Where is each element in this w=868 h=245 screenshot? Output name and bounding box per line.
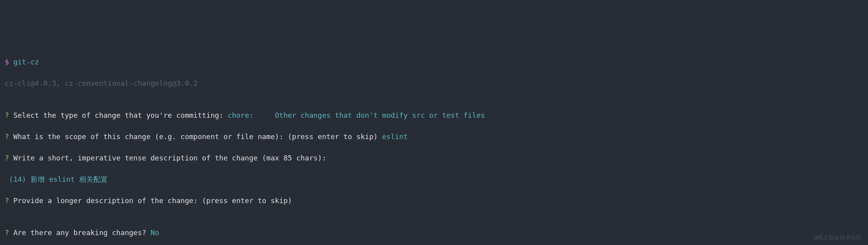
question-text: What is the scope of this change (e.g. c… xyxy=(9,132,382,141)
question-description: ? Write a short, imperative tense descri… xyxy=(5,153,863,163)
answer-text: chore: Other changes that don't modify s… xyxy=(228,111,485,119)
question-mark-icon: ? xyxy=(5,132,9,141)
command-text: git-cz xyxy=(9,58,39,66)
question-text: Write a short, imperative tense descript… xyxy=(9,154,326,162)
question-mark-icon: ? xyxy=(5,196,9,205)
command-line: $ git-cz xyxy=(5,57,863,67)
question-text: Are there any breaking changes? xyxy=(9,228,151,237)
question-mark-icon: ? xyxy=(5,111,9,119)
question-text: Select the type of change that you're co… xyxy=(9,111,228,119)
version-info: cz-cli@4.0.3, cz-conventional-changelog@… xyxy=(5,78,863,89)
question-scope: ? What is the scope of this change (e.g.… xyxy=(5,131,863,142)
char-count: (14) xyxy=(5,175,30,183)
question-long-desc: ? Provide a longer description of the ch… xyxy=(5,195,863,206)
terminal-output: $ git-cz cz-cli@4.0.3, cz-conventional-c… xyxy=(5,46,863,245)
desc-part1: 新增 xyxy=(30,175,49,183)
question-type: ? Select the type of change that you're … xyxy=(5,110,863,121)
question-mark-icon: ? xyxy=(5,154,9,162)
prompt-symbol: $ xyxy=(5,58,9,66)
desc-part3: 相关配置 xyxy=(75,175,108,183)
desc-part2: eslint xyxy=(49,175,75,183)
answer-text: No xyxy=(150,228,159,237)
description-answer: (14) 新增 eslint 相关配置 xyxy=(5,174,863,185)
question-mark-icon: ? xyxy=(5,228,9,237)
answer-text: eslint xyxy=(382,132,408,141)
question-text: Provide a longer description of the chan… xyxy=(9,196,292,205)
question-breaking: ? Are there any breaking changes? No xyxy=(5,227,863,238)
watermark: @稀土掘金技术社区 xyxy=(814,234,862,242)
